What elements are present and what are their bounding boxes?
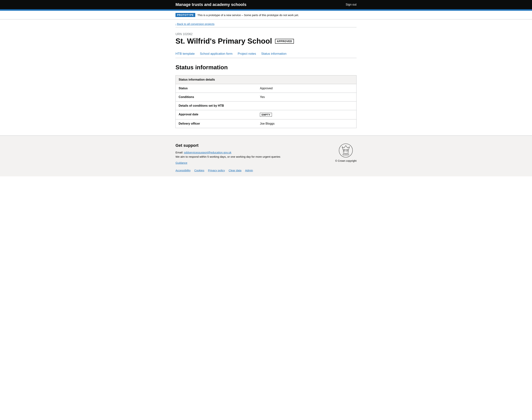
svg-rect-2: [343, 150, 348, 154]
footer-email-prefix: Email:: [175, 151, 184, 154]
footer-link-privacy-policy[interactable]: Privacy policy: [208, 169, 225, 172]
school-name-row: St. Wilfrid's Primary School APPROVED: [175, 37, 357, 45]
main-content: ‹Back to all conversion projects URN 102…: [172, 19, 360, 128]
tab-htb-template[interactable]: HTB template: [175, 52, 195, 58]
page-heading: Status information: [175, 64, 357, 71]
school-name: St. Wilfrid's Primary School: [175, 37, 272, 45]
svg-point-3: [344, 150, 345, 152]
row-value-delivery-officer: Joe Bloggs: [257, 120, 356, 128]
sign-out-link[interactable]: Sign out: [345, 3, 357, 6]
row-label-conditions-detail: Details of conditions set by HTB: [176, 102, 257, 110]
footer-left: Get support Email: sddservicessupport@ed…: [175, 143, 335, 176]
row-label-delivery-officer: Delivery officer: [176, 120, 257, 128]
row-value-conditions-detail: [257, 102, 356, 110]
tab-project-notes[interactable]: Project notes: [238, 52, 256, 58]
crown-copyright: © Crown copyright: [335, 159, 357, 162]
row-value-approval-date: EMPTY: [257, 110, 356, 120]
approved-badge: APPROVED: [275, 39, 294, 44]
footer-response-text: We aim to respond within 5 working days,…: [175, 155, 335, 158]
blue-bar: [0, 9, 532, 11]
row-label-approval-date: Approval date: [176, 110, 257, 120]
status-details-table: Status information details Status Approv…: [175, 75, 357, 128]
row-value-status: Approved: [257, 84, 356, 93]
tabs-nav: HTB template School application form Pro…: [175, 49, 357, 58]
footer-link-clear-data[interactable]: Clear data: [229, 169, 242, 172]
tab-school-application-form[interactable]: School application form: [200, 52, 232, 58]
footer-email-row: Email: sddservicessupport@education.gov.…: [175, 151, 335, 154]
footer-link-accessibility[interactable]: Accessibility: [175, 169, 191, 172]
footer-right: DIEU ET MON DROIT © Crown copyright: [335, 143, 357, 162]
table-row: Conditions Yes: [176, 93, 357, 102]
site-title: Manage trusts and academy schools: [175, 2, 246, 7]
row-value-conditions: Yes: [257, 93, 356, 102]
row-label-conditions: Conditions: [176, 93, 257, 102]
crown-logo-icon: DIEU ET MON DROIT: [338, 143, 353, 158]
table-row: Delivery officer Joe Bloggs: [176, 120, 357, 128]
footer-guidance-link[interactable]: Guidance: [175, 161, 187, 164]
svg-point-6: [346, 150, 348, 152]
tab-status-information[interactable]: Status information: [261, 52, 287, 58]
footer-link-cookies[interactable]: Cookies: [194, 169, 204, 172]
prototype-banner: PROTOTYPE This is a prototype of a new s…: [0, 11, 532, 19]
row-label-status: Status: [176, 84, 257, 93]
svg-text:DIEU ET MON DROIT: DIEU ET MON DROIT: [343, 154, 349, 155]
back-link-container: ‹Back to all conversion projects: [175, 19, 357, 27]
footer-email-link[interactable]: sddservicessupport@education.gov.uk: [184, 151, 231, 154]
footer-support-heading: Get support: [175, 143, 335, 148]
table-row: Details of conditions set by HTB: [176, 102, 357, 110]
footer: Get support Email: sddservicessupport@ed…: [0, 135, 532, 176]
table-row: Approval date EMPTY: [176, 110, 357, 120]
chevron-left-icon: ‹: [175, 23, 176, 26]
urn-label: URN 102062: [175, 32, 357, 36]
footer-nav: Accessibility Cookies Privacy policy Cle…: [175, 169, 335, 172]
table-row: Status Approved: [176, 84, 357, 93]
back-link[interactable]: ‹Back to all conversion projects: [175, 22, 215, 26]
header: Manage trusts and academy schools Sign o…: [0, 0, 532, 9]
empty-badge: EMPTY: [260, 113, 272, 117]
prototype-tag: PROTOTYPE: [175, 13, 195, 17]
table-section-header: Status information details: [176, 75, 357, 84]
footer-link-admin[interactable]: Admin: [245, 169, 253, 172]
school-header: URN 102062 St. Wilfrid's Primary School …: [175, 27, 357, 49]
svg-marker-1: [342, 146, 349, 150]
prototype-text: This is a prototype of a new service – S…: [198, 14, 299, 17]
